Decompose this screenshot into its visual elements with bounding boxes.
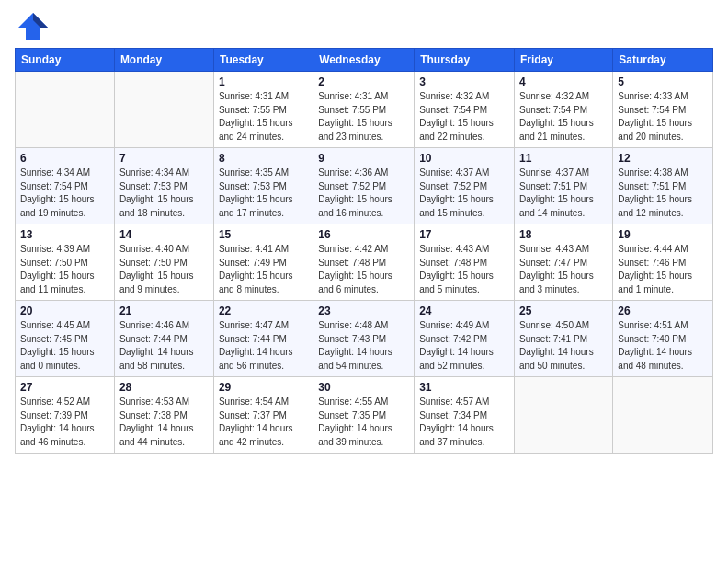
- calendar-cell: 30Sunrise: 4:55 AM Sunset: 7:35 PM Dayli…: [313, 377, 415, 454]
- calendar-week-4: 20Sunrise: 4:45 AM Sunset: 7:45 PM Dayli…: [16, 301, 713, 377]
- calendar-week-2: 6Sunrise: 4:34 AM Sunset: 7:54 PM Daylig…: [16, 148, 713, 224]
- calendar-cell: 17Sunrise: 4:43 AM Sunset: 7:48 PM Dayli…: [415, 224, 515, 301]
- day-number: 19: [618, 228, 708, 241]
- day-number: 11: [519, 152, 608, 165]
- day-number: 25: [519, 304, 608, 317]
- day-number: 31: [419, 381, 509, 394]
- day-info: Sunrise: 4:55 AM Sunset: 7:35 PM Dayligh…: [318, 396, 409, 449]
- day-number: 18: [519, 228, 608, 241]
- calendar-cell: 22Sunrise: 4:47 AM Sunset: 7:44 PM Dayli…: [213, 301, 313, 377]
- day-info: Sunrise: 4:38 AM Sunset: 7:51 PM Dayligh…: [618, 167, 708, 220]
- weekday-header-saturday: Saturday: [613, 49, 713, 72]
- calendar-cell: 29Sunrise: 4:54 AM Sunset: 7:37 PM Dayli…: [213, 377, 313, 454]
- calendar-cell: 4Sunrise: 4:32 AM Sunset: 7:54 PM Daylig…: [515, 72, 613, 148]
- calendar-cell: [613, 377, 713, 454]
- day-info: Sunrise: 4:41 AM Sunset: 7:49 PM Dayligh…: [219, 243, 308, 296]
- day-info: Sunrise: 4:52 AM Sunset: 7:39 PM Dayligh…: [20, 396, 109, 449]
- day-info: Sunrise: 4:37 AM Sunset: 7:52 PM Dayligh…: [419, 167, 509, 220]
- day-number: 7: [119, 152, 209, 165]
- day-info: Sunrise: 4:40 AM Sunset: 7:50 PM Dayligh…: [119, 243, 209, 296]
- day-number: 14: [119, 228, 209, 241]
- calendar-cell: 16Sunrise: 4:42 AM Sunset: 7:48 PM Dayli…: [313, 224, 415, 301]
- calendar-cell: 6Sunrise: 4:34 AM Sunset: 7:54 PM Daylig…: [16, 148, 115, 224]
- day-number: 20: [20, 304, 109, 317]
- calendar-cell: 12Sunrise: 4:38 AM Sunset: 7:51 PM Dayli…: [613, 148, 713, 224]
- day-number: 16: [318, 228, 409, 241]
- day-info: Sunrise: 4:53 AM Sunset: 7:38 PM Dayligh…: [119, 396, 209, 449]
- weekday-header-sunday: Sunday: [16, 49, 115, 72]
- day-info: Sunrise: 4:33 AM Sunset: 7:54 PM Dayligh…: [618, 90, 708, 144]
- calendar-cell: [515, 377, 613, 454]
- calendar-week-1: 1Sunrise: 4:31 AM Sunset: 7:55 PM Daylig…: [16, 72, 713, 148]
- day-number: 9: [318, 152, 409, 165]
- calendar-cell: 18Sunrise: 4:43 AM Sunset: 7:47 PM Dayli…: [515, 224, 613, 301]
- day-number: 30: [318, 381, 409, 394]
- day-number: 28: [119, 381, 209, 394]
- logo-icon: [15, 9, 48, 42]
- day-number: 29: [219, 381, 308, 394]
- calendar-cell: 20Sunrise: 4:45 AM Sunset: 7:45 PM Dayli…: [16, 301, 115, 377]
- day-info: Sunrise: 4:31 AM Sunset: 7:55 PM Dayligh…: [318, 90, 409, 144]
- calendar-cell: 24Sunrise: 4:49 AM Sunset: 7:42 PM Dayli…: [415, 301, 515, 377]
- calendar-cell: 2Sunrise: 4:31 AM Sunset: 7:55 PM Daylig…: [313, 72, 415, 148]
- weekday-header-thursday: Thursday: [415, 49, 515, 72]
- day-info: Sunrise: 4:31 AM Sunset: 7:55 PM Dayligh…: [219, 90, 308, 144]
- calendar-cell: 9Sunrise: 4:36 AM Sunset: 7:52 PM Daylig…: [313, 148, 415, 224]
- day-number: 24: [419, 304, 509, 317]
- day-number: 13: [20, 228, 109, 241]
- day-info: Sunrise: 4:43 AM Sunset: 7:47 PM Dayligh…: [519, 243, 608, 296]
- day-info: Sunrise: 4:35 AM Sunset: 7:53 PM Dayligh…: [219, 167, 308, 220]
- day-number: 8: [219, 152, 308, 165]
- weekday-header-friday: Friday: [515, 49, 613, 72]
- calendar-cell: 25Sunrise: 4:50 AM Sunset: 7:41 PM Dayli…: [515, 301, 613, 377]
- day-number: 3: [419, 75, 509, 88]
- day-number: 1: [219, 75, 308, 88]
- day-info: Sunrise: 4:42 AM Sunset: 7:48 PM Dayligh…: [318, 243, 409, 296]
- calendar-cell: 19Sunrise: 4:44 AM Sunset: 7:46 PM Dayli…: [613, 224, 713, 301]
- day-number: 27: [20, 381, 109, 394]
- calendar-week-5: 27Sunrise: 4:52 AM Sunset: 7:39 PM Dayli…: [16, 377, 713, 454]
- day-info: Sunrise: 4:37 AM Sunset: 7:51 PM Dayligh…: [519, 167, 608, 220]
- day-number: 4: [519, 75, 608, 88]
- day-info: Sunrise: 4:57 AM Sunset: 7:34 PM Dayligh…: [419, 396, 509, 449]
- calendar-cell: 5Sunrise: 4:33 AM Sunset: 7:54 PM Daylig…: [613, 72, 713, 148]
- calendar: SundayMondayTuesdayWednesdayThursdayFrid…: [15, 48, 713, 454]
- day-info: Sunrise: 4:48 AM Sunset: 7:43 PM Dayligh…: [318, 319, 409, 373]
- calendar-cell: 1Sunrise: 4:31 AM Sunset: 7:55 PM Daylig…: [213, 72, 313, 148]
- calendar-cell: 28Sunrise: 4:53 AM Sunset: 7:38 PM Dayli…: [114, 377, 213, 454]
- day-number: 17: [419, 228, 509, 241]
- calendar-week-3: 13Sunrise: 4:39 AM Sunset: 7:50 PM Dayli…: [16, 224, 713, 301]
- calendar-cell: 8Sunrise: 4:35 AM Sunset: 7:53 PM Daylig…: [213, 148, 313, 224]
- calendar-cell: 26Sunrise: 4:51 AM Sunset: 7:40 PM Dayli…: [613, 301, 713, 377]
- calendar-cell: 13Sunrise: 4:39 AM Sunset: 7:50 PM Dayli…: [16, 224, 115, 301]
- calendar-cell: 27Sunrise: 4:52 AM Sunset: 7:39 PM Dayli…: [16, 377, 115, 454]
- calendar-cell: 21Sunrise: 4:46 AM Sunset: 7:44 PM Dayli…: [114, 301, 213, 377]
- day-number: 26: [618, 304, 708, 317]
- calendar-cell: 14Sunrise: 4:40 AM Sunset: 7:50 PM Dayli…: [114, 224, 213, 301]
- day-number: 22: [219, 304, 308, 317]
- day-info: Sunrise: 4:51 AM Sunset: 7:40 PM Dayligh…: [618, 319, 708, 373]
- day-number: 6: [20, 152, 109, 165]
- day-info: Sunrise: 4:49 AM Sunset: 7:42 PM Dayligh…: [419, 319, 509, 373]
- calendar-cell: [114, 72, 213, 148]
- calendar-cell: 7Sunrise: 4:34 AM Sunset: 7:53 PM Daylig…: [114, 148, 213, 224]
- weekday-header-row: SundayMondayTuesdayWednesdayThursdayFrid…: [16, 49, 713, 72]
- calendar-cell: 23Sunrise: 4:48 AM Sunset: 7:43 PM Dayli…: [313, 301, 415, 377]
- logo: [15, 9, 51, 42]
- day-info: Sunrise: 4:44 AM Sunset: 7:46 PM Dayligh…: [618, 243, 708, 296]
- day-info: Sunrise: 4:43 AM Sunset: 7:48 PM Dayligh…: [419, 243, 509, 296]
- day-number: 10: [419, 152, 509, 165]
- day-number: 15: [219, 228, 308, 241]
- day-info: Sunrise: 4:47 AM Sunset: 7:44 PM Dayligh…: [219, 319, 308, 373]
- day-info: Sunrise: 4:54 AM Sunset: 7:37 PM Dayligh…: [219, 396, 308, 449]
- day-number: 2: [318, 75, 409, 88]
- day-number: 21: [119, 304, 209, 317]
- day-number: 23: [318, 304, 409, 317]
- day-number: 5: [618, 75, 708, 88]
- calendar-cell: 3Sunrise: 4:32 AM Sunset: 7:54 PM Daylig…: [415, 72, 515, 148]
- day-info: Sunrise: 4:36 AM Sunset: 7:52 PM Dayligh…: [318, 167, 409, 220]
- page: SundayMondayTuesdayWednesdayThursdayFrid…: [0, 0, 728, 563]
- calendar-cell: 15Sunrise: 4:41 AM Sunset: 7:49 PM Dayli…: [213, 224, 313, 301]
- day-info: Sunrise: 4:34 AM Sunset: 7:53 PM Dayligh…: [119, 167, 209, 220]
- calendar-cell: 10Sunrise: 4:37 AM Sunset: 7:52 PM Dayli…: [415, 148, 515, 224]
